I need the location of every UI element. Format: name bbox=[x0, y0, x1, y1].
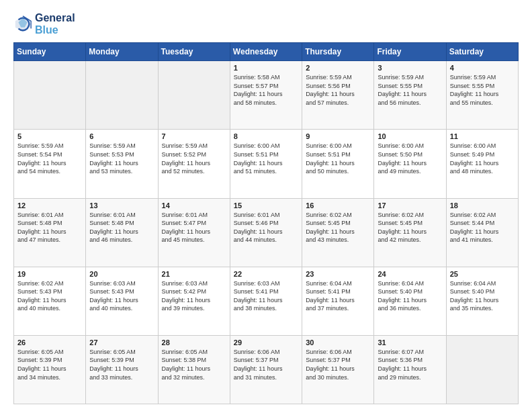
day-header-saturday: Saturday bbox=[446, 43, 518, 61]
day-header-tuesday: Tuesday bbox=[158, 43, 230, 61]
day-number: 22 bbox=[234, 270, 298, 278]
day-info: Sunrise: 6:05 AM Sunset: 5:39 PM Dayligh… bbox=[17, 348, 82, 381]
calendar-cell: 23Sunrise: 6:04 AM Sunset: 5:41 PM Dayli… bbox=[302, 267, 374, 335]
calendar-cell: 16Sunrise: 6:02 AM Sunset: 5:45 PM Dayli… bbox=[302, 198, 374, 267]
calendar-cell: 11Sunrise: 6:00 AM Sunset: 5:49 PM Dayli… bbox=[446, 130, 518, 198]
day-number: 13 bbox=[89, 201, 154, 210]
calendar-cell: 21Sunrise: 6:03 AM Sunset: 5:42 PM Dayli… bbox=[158, 267, 230, 335]
day-number: 28 bbox=[162, 338, 226, 347]
calendar-header-row: SundayMondayTuesdayWednesdayThursdayFrid… bbox=[14, 43, 519, 61]
calendar-cell: 12Sunrise: 6:01 AM Sunset: 5:48 PM Dayli… bbox=[14, 198, 86, 267]
day-number: 4 bbox=[450, 64, 515, 72]
day-number: 16 bbox=[306, 201, 370, 210]
day-number: 20 bbox=[89, 270, 154, 278]
day-info: Sunrise: 5:59 AM Sunset: 5:55 PM Dayligh… bbox=[450, 73, 515, 107]
day-info: Sunrise: 6:04 AM Sunset: 5:40 PM Dayligh… bbox=[450, 279, 515, 313]
calendar-cell: 9Sunrise: 6:00 AM Sunset: 5:51 PM Daylig… bbox=[302, 130, 374, 198]
day-info: Sunrise: 6:00 AM Sunset: 5:49 PM Dayligh… bbox=[450, 142, 515, 175]
day-info: Sunrise: 6:02 AM Sunset: 5:45 PM Dayligh… bbox=[378, 211, 442, 244]
calendar-cell: 29Sunrise: 6:06 AM Sunset: 5:37 PM Dayli… bbox=[230, 335, 302, 404]
calendar-cell: 22Sunrise: 6:03 AM Sunset: 5:41 PM Dayli… bbox=[230, 267, 302, 335]
day-info: Sunrise: 6:01 AM Sunset: 5:48 PM Dayligh… bbox=[17, 211, 82, 244]
day-header-monday: Monday bbox=[86, 43, 158, 61]
day-header-friday: Friday bbox=[374, 43, 446, 61]
day-number: 12 bbox=[17, 201, 82, 210]
calendar-cell: 13Sunrise: 6:01 AM Sunset: 5:48 PM Dayli… bbox=[86, 198, 158, 267]
day-info: Sunrise: 5:58 AM Sunset: 5:57 PM Dayligh… bbox=[234, 73, 298, 107]
calendar-cell: 3Sunrise: 5:59 AM Sunset: 5:55 PM Daylig… bbox=[374, 61, 446, 130]
day-info: Sunrise: 6:06 AM Sunset: 5:37 PM Dayligh… bbox=[306, 348, 370, 381]
day-number: 26 bbox=[17, 338, 82, 347]
day-info: Sunrise: 6:00 AM Sunset: 5:51 PM Dayligh… bbox=[234, 142, 298, 175]
day-info: Sunrise: 6:04 AM Sunset: 5:41 PM Dayligh… bbox=[306, 279, 370, 313]
calendar-cell: 26Sunrise: 6:05 AM Sunset: 5:39 PM Dayli… bbox=[14, 335, 86, 404]
calendar-cell bbox=[446, 335, 518, 404]
day-number: 19 bbox=[17, 270, 82, 278]
day-info: Sunrise: 5:59 AM Sunset: 5:55 PM Dayligh… bbox=[378, 73, 442, 107]
calendar-cell bbox=[14, 61, 86, 130]
calendar-cell: 15Sunrise: 6:01 AM Sunset: 5:46 PM Dayli… bbox=[230, 198, 302, 267]
day-number: 21 bbox=[162, 270, 226, 278]
day-info: Sunrise: 6:04 AM Sunset: 5:40 PM Dayligh… bbox=[378, 279, 442, 313]
calendar-cell: 28Sunrise: 6:05 AM Sunset: 5:38 PM Dayli… bbox=[158, 335, 230, 404]
day-info: Sunrise: 6:00 AM Sunset: 5:51 PM Dayligh… bbox=[306, 142, 370, 175]
day-info: Sunrise: 6:06 AM Sunset: 5:37 PM Dayligh… bbox=[234, 348, 298, 381]
calendar-cell bbox=[158, 61, 230, 130]
day-number: 14 bbox=[162, 201, 226, 210]
day-number: 1 bbox=[234, 64, 298, 72]
day-info: Sunrise: 6:05 AM Sunset: 5:39 PM Dayligh… bbox=[89, 348, 154, 381]
day-number: 7 bbox=[162, 132, 226, 140]
calendar-cell: 30Sunrise: 6:06 AM Sunset: 5:37 PM Dayli… bbox=[302, 335, 374, 404]
calendar-cell: 19Sunrise: 6:02 AM Sunset: 5:43 PM Dayli… bbox=[14, 267, 86, 335]
day-number: 25 bbox=[450, 270, 515, 278]
page: General Blue SundayMondayTuesdayWednesda… bbox=[0, 0, 532, 411]
day-info: Sunrise: 6:03 AM Sunset: 5:43 PM Dayligh… bbox=[89, 279, 154, 313]
logo-text: General Blue bbox=[35, 12, 75, 36]
day-info: Sunrise: 6:03 AM Sunset: 5:41 PM Dayligh… bbox=[234, 279, 298, 313]
day-number: 8 bbox=[234, 132, 298, 140]
day-number: 15 bbox=[234, 201, 298, 210]
day-number: 23 bbox=[306, 270, 370, 278]
day-number: 24 bbox=[378, 270, 442, 278]
day-info: Sunrise: 5:59 AM Sunset: 5:53 PM Dayligh… bbox=[89, 142, 154, 175]
day-number: 29 bbox=[234, 338, 298, 347]
day-number: 10 bbox=[378, 132, 442, 140]
calendar-week-row: 5Sunrise: 5:59 AM Sunset: 5:54 PM Daylig… bbox=[14, 130, 519, 198]
day-info: Sunrise: 6:02 AM Sunset: 5:43 PM Dayligh… bbox=[17, 279, 82, 313]
day-number: 2 bbox=[306, 64, 370, 72]
day-number: 9 bbox=[306, 132, 370, 140]
calendar-cell: 6Sunrise: 5:59 AM Sunset: 5:53 PM Daylig… bbox=[86, 130, 158, 198]
calendar-cell: 7Sunrise: 5:59 AM Sunset: 5:52 PM Daylig… bbox=[158, 130, 230, 198]
header: General Blue bbox=[13, 12, 519, 36]
calendar-cell: 27Sunrise: 6:05 AM Sunset: 5:39 PM Dayli… bbox=[86, 335, 158, 404]
day-info: Sunrise: 6:03 AM Sunset: 5:42 PM Dayligh… bbox=[162, 279, 226, 313]
calendar-cell: 1Sunrise: 5:58 AM Sunset: 5:57 PM Daylig… bbox=[230, 61, 302, 130]
day-info: Sunrise: 6:01 AM Sunset: 5:48 PM Dayligh… bbox=[89, 211, 154, 244]
day-number: 5 bbox=[17, 132, 82, 140]
calendar-cell: 4Sunrise: 5:59 AM Sunset: 5:55 PM Daylig… bbox=[446, 61, 518, 130]
calendar-cell bbox=[86, 61, 158, 130]
day-number: 6 bbox=[89, 132, 154, 140]
day-info: Sunrise: 6:02 AM Sunset: 5:45 PM Dayligh… bbox=[306, 211, 370, 244]
day-info: Sunrise: 6:01 AM Sunset: 5:46 PM Dayligh… bbox=[234, 211, 298, 244]
day-number: 31 bbox=[378, 338, 442, 347]
logo: General Blue bbox=[13, 12, 75, 36]
calendar-cell: 2Sunrise: 5:59 AM Sunset: 5:56 PM Daylig… bbox=[302, 61, 374, 130]
day-number: 27 bbox=[89, 338, 154, 347]
day-header-sunday: Sunday bbox=[14, 43, 86, 61]
calendar-cell: 24Sunrise: 6:04 AM Sunset: 5:40 PM Dayli… bbox=[374, 267, 446, 335]
calendar-cell: 25Sunrise: 6:04 AM Sunset: 5:40 PM Dayli… bbox=[446, 267, 518, 335]
day-number: 18 bbox=[450, 201, 515, 210]
day-info: Sunrise: 6:07 AM Sunset: 5:36 PM Dayligh… bbox=[378, 348, 442, 381]
calendar-cell: 10Sunrise: 6:00 AM Sunset: 5:50 PM Dayli… bbox=[374, 130, 446, 198]
calendar-week-row: 12Sunrise: 6:01 AM Sunset: 5:48 PM Dayli… bbox=[14, 198, 519, 267]
day-number: 30 bbox=[306, 338, 370, 347]
day-info: Sunrise: 6:05 AM Sunset: 5:38 PM Dayligh… bbox=[162, 348, 226, 381]
calendar-week-row: 19Sunrise: 6:02 AM Sunset: 5:43 PM Dayli… bbox=[14, 267, 519, 335]
day-header-wednesday: Wednesday bbox=[230, 43, 302, 61]
day-info: Sunrise: 5:59 AM Sunset: 5:52 PM Dayligh… bbox=[162, 142, 226, 175]
calendar-week-row: 26Sunrise: 6:05 AM Sunset: 5:39 PM Dayli… bbox=[14, 335, 519, 404]
day-number: 3 bbox=[378, 64, 442, 72]
calendar-week-row: 1Sunrise: 5:58 AM Sunset: 5:57 PM Daylig… bbox=[14, 61, 519, 130]
calendar-cell: 5Sunrise: 5:59 AM Sunset: 5:54 PM Daylig… bbox=[14, 130, 86, 198]
